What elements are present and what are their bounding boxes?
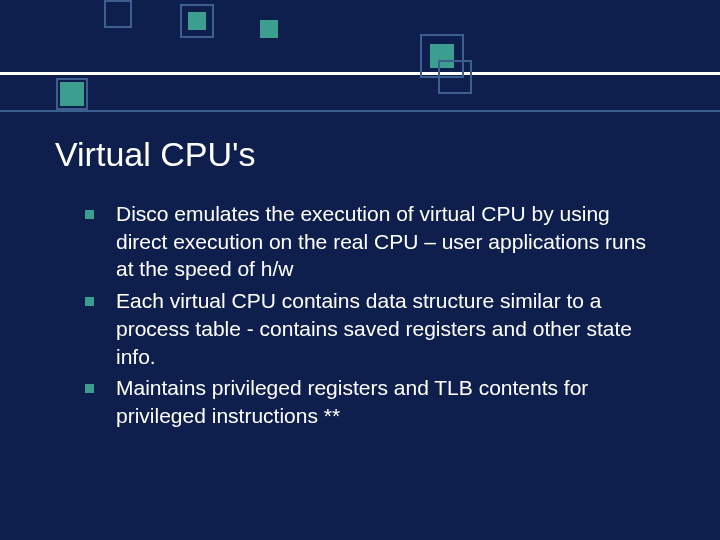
bullet-text: Each virtual CPU contains data structure… [116,287,665,370]
deco-square-icon [420,34,464,78]
deco-square-icon [188,12,206,30]
deco-square-icon [430,44,454,68]
deco-square-icon [260,20,278,38]
deco-square-icon [56,78,88,110]
slide-title: Virtual CPU's [55,135,255,174]
divider-thin [0,110,720,112]
deco-square-icon [180,4,214,38]
deco-square-icon [438,60,472,94]
slide-body: Disco emulates the execution of virtual … [85,200,665,434]
bullet-text: Maintains privileged registers and TLB c… [116,374,665,429]
bullet-square-icon [85,384,94,393]
header-decoration [0,0,720,135]
list-item: Maintains privileged registers and TLB c… [85,374,665,429]
list-item: Disco emulates the execution of virtual … [85,200,665,283]
bullet-text: Disco emulates the execution of virtual … [116,200,665,283]
bullet-square-icon [85,297,94,306]
deco-square-icon [104,0,132,28]
list-item: Each virtual CPU contains data structure… [85,287,665,370]
deco-square-icon [60,82,84,106]
divider-thick [0,72,720,75]
bullet-square-icon [85,210,94,219]
